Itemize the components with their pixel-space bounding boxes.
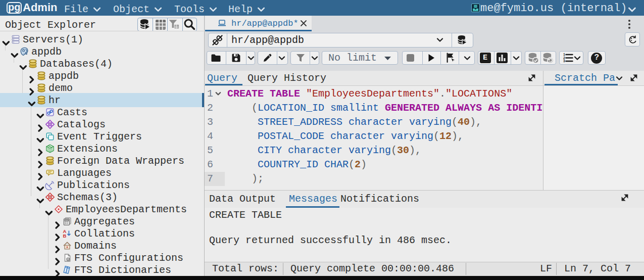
svg-text:3: 3 <box>563 60 565 63</box>
svg-text:B: B <box>63 233 67 239</box>
